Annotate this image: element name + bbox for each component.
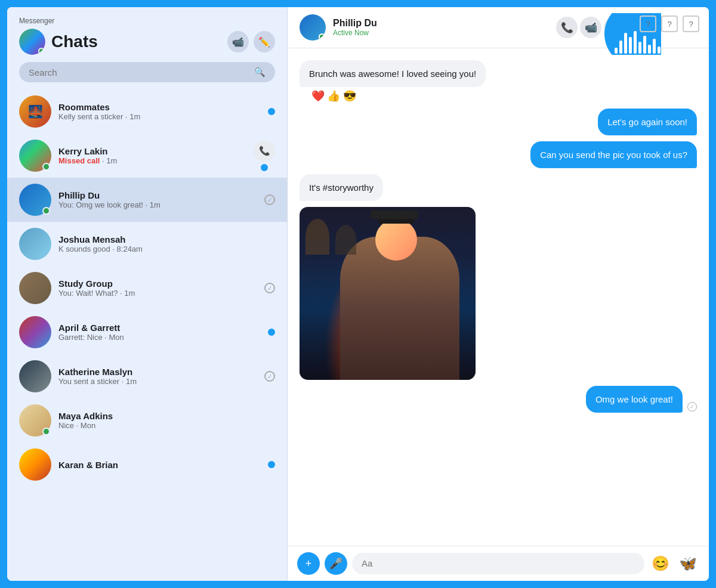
chat-meta-april <box>268 329 275 336</box>
chat-meta-karan <box>268 461 275 468</box>
search-bar[interactable]: 🔍 <box>19 62 275 82</box>
wbar <box>658 47 661 54</box>
compose-icon: ✏️ <box>258 36 270 48</box>
avatar-wrap-katherine <box>19 360 51 392</box>
chat-meta-katherine: ✓ <box>264 371 275 382</box>
compose-button[interactable]: ✏️ <box>254 31 275 52</box>
video-icon: 📹 <box>232 36 244 48</box>
avatar-wrap-april <box>19 316 51 348</box>
message-text-3: Can you send the pic you took of us? <box>540 150 687 160</box>
chat-item-karan-brian[interactable]: Karan & Brian <box>7 442 287 487</box>
avatar-joshua <box>19 228 51 260</box>
read-check-katherine: ✓ <box>264 371 275 382</box>
reaction-cool: 😎 <box>343 90 356 102</box>
butterfly-icon: 🦋 <box>679 555 697 572</box>
message-row-4: It's #storyworthy <box>300 174 697 201</box>
cap-brim <box>371 211 418 219</box>
call-button[interactable]: 📞 <box>556 17 578 38</box>
read-check-phillip: ✓ <box>264 194 275 205</box>
avatar-katherine <box>19 360 51 392</box>
read-check-study: ✓ <box>264 283 275 293</box>
avatar-wrap-joshua <box>19 228 51 260</box>
wbar <box>638 42 641 54</box>
emoji-button[interactable]: 😊 <box>649 552 672 575</box>
chat-info-phillip: Phillip Du You: Omg we look great! · 1m <box>58 190 257 209</box>
chat-item-roommates[interactable]: 🌉 Roommates Kelly sent a sticker · 1m <box>7 89 287 134</box>
chat-item-katherine-maslyn[interactable]: Katherine Maslyn You sent a sticker · 1m… <box>7 354 287 398</box>
chat-name-joshua: Joshua Mensah <box>58 234 275 245</box>
video-call-button[interactable]: 📹 <box>227 31 249 52</box>
user-online-dot <box>38 48 45 54</box>
chats-header: Chats 📹 ✏️ <box>19 29 275 55</box>
avatar-wrap-maya <box>19 404 51 437</box>
butterfly-button[interactable]: 🦋 <box>677 552 699 575</box>
chats-title: Chats <box>51 32 98 51</box>
chat-info-study: Study Group You: Wait! What? · 1m <box>58 278 257 298</box>
avatar-roommates: 🌉 <box>19 95 51 128</box>
phone-icon-badge: 📞 <box>254 140 275 162</box>
missed-call-label: Missed call <box>58 156 100 165</box>
mic-icon: 🎤 <box>329 557 342 570</box>
text-input-wrap[interactable] <box>352 553 644 574</box>
chat-item-april-garrett[interactable]: April & Garrett Garrett: Nice · Mon <box>7 310 287 354</box>
chat-item-maya-adkins[interactable]: Maya Adkins Nice · Mon <box>7 398 287 442</box>
message-bubble-3: Can you send the pic you took of us? <box>530 141 697 168</box>
help-btn-2[interactable]: ? <box>661 16 678 32</box>
chat-item-joshua-mensah[interactable]: Joshua Mensah K sounds good · 8:24am <box>7 222 287 266</box>
wbar <box>615 48 618 54</box>
chat-partner-info: Phillip Du Active Now <box>333 18 377 37</box>
header-actions: 📹 ✏️ <box>227 31 275 52</box>
phone-icon: 📞 <box>259 146 270 156</box>
topbar-help-buttons: ? ? ? <box>640 16 699 32</box>
wbar <box>643 36 646 54</box>
delivered-check: ✓ <box>687 402 697 411</box>
chat-preview-april: Garrett: Nice · Mon <box>58 333 261 342</box>
chat-info-maya: Maya Adkins Nice · Mon <box>58 411 275 430</box>
chat-area: ? ? ? <box>288 7 709 581</box>
message-row-6: Omg we look great! ✓ <box>300 386 697 413</box>
chat-info-joshua: Joshua Mensah K sounds good · 8:24am <box>58 234 275 253</box>
wbar <box>624 33 627 54</box>
chat-item-phillip-du[interactable]: Phillip Du You: Omg we look great! · 1m … <box>7 178 287 222</box>
chat-item-study-group[interactable]: Study Group You: Wait! What? · 1m ✓ <box>7 266 287 310</box>
avatar-wrap-karan <box>19 448 51 481</box>
app-title: Messenger <box>19 17 275 25</box>
help-btn-3[interactable]: ? <box>683 16 699 32</box>
chat-meta-phillip: ✓ <box>264 194 275 205</box>
avatar-april <box>19 316 51 348</box>
avatar-study <box>19 272 51 304</box>
chat-item-kerry-lakin[interactable]: Kerry Lakin Missed call · 1m 📞 <box>7 134 287 178</box>
chat-list: 🌉 Roommates Kelly sent a sticker · 1m Ke… <box>7 89 287 581</box>
message-row-5 <box>300 207 697 380</box>
online-dot-kerry <box>42 163 50 171</box>
help-btn-1[interactable]: ? <box>640 16 656 32</box>
chat-name-study: Study Group <box>58 278 257 289</box>
missed-call-time: · 1m <box>102 156 117 165</box>
bg-person-1 <box>305 219 329 255</box>
chat-preview-phillip: You: Omg we look great! · 1m <box>58 200 257 209</box>
wbar <box>629 37 632 54</box>
user-avatar[interactable] <box>19 29 45 55</box>
unread-dot-april <box>268 329 275 336</box>
avatar-wrap-phillip <box>19 184 51 216</box>
message-text-1: Brunch was awesome! I loved seeing you! <box>309 69 476 79</box>
chat-partner-status: Active Now <box>333 29 377 37</box>
chat-preview-joshua: K sounds good · 8:24am <box>58 245 275 253</box>
message-row-3: Can you send the pic you took of us? <box>300 141 697 168</box>
wbar <box>634 31 637 54</box>
message-bubble-6: Omg we look great! <box>586 386 683 413</box>
chat-preview: Kelly sent a sticker · 1m <box>58 112 261 121</box>
chat-info-kerry: Kerry Lakin Missed call · 1m <box>58 146 246 165</box>
search-input[interactable] <box>29 67 248 78</box>
message-row-1: Brunch was awesome! I loved seeing you! <box>300 60 697 87</box>
chat-partner-avatar[interactable] <box>300 14 326 41</box>
avatar-karan <box>19 448 51 481</box>
chat-meta-kerry: 📞 <box>254 140 275 171</box>
add-button[interactable]: + <box>297 552 320 575</box>
mic-button[interactable]: 🎤 <box>325 552 347 575</box>
message-text-2: Let's go again soon! <box>607 117 687 127</box>
message-input[interactable] <box>362 558 635 568</box>
message-text-4: It's #storyworthy <box>309 182 374 193</box>
sidebar: Messenger Chats 📹 ✏️ <box>7 7 288 581</box>
chat-name-maya: Maya Adkins <box>58 411 275 421</box>
